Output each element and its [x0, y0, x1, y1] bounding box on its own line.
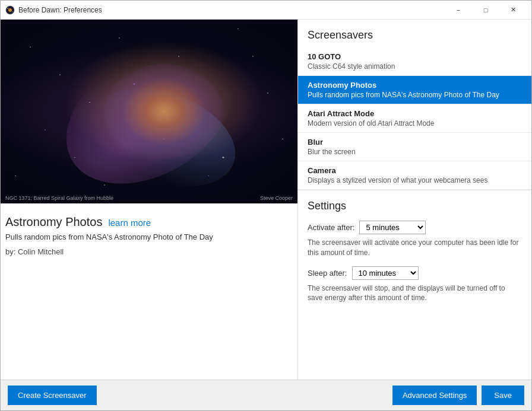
screensavers-section: Screensavers 10 GOTO Classic C64 style a… [298, 20, 531, 190]
left-panel: NGC 1371: Barred Spiral Galaxy from Hubb… [1, 20, 297, 380]
maximize-button[interactable]: □ [472, 1, 499, 20]
screensavers-title: Screensavers [298, 20, 531, 47]
titlebar: Before Dawn: Preferences − □ ✕ [1, 1, 531, 20]
screensaver-name-row: Astronomy Photos learn more [5, 215, 288, 229]
activate-after-label: Activate after: [308, 223, 354, 232]
screensaver-description: Pulls random pics from NASA's Astronomy … [5, 232, 288, 241]
main-window: Before Dawn: Preferences − □ ✕ NGC 1371:… [0, 0, 532, 411]
minimize-button[interactable]: − [445, 1, 472, 20]
right-panel: Screensavers 10 GOTO Classic C64 style a… [297, 20, 531, 380]
list-item-name: Camera [308, 166, 522, 175]
galaxy-core [104, 64, 223, 159]
screensaver-list[interactable]: 10 GOTO Classic C64 style animation Astr… [298, 47, 531, 190]
list-item-name: Blur [308, 138, 522, 146]
activate-after-select[interactable]: 5 minutes 10 minutes 15 minutes 30 minut… [359, 221, 426, 234]
close-button[interactable]: ✕ [499, 1, 527, 20]
sleep-after-row: Sleep after: 5 minutes 10 minutes 15 min… [308, 266, 522, 280]
list-item-desc: Classic C64 style animation [308, 62, 522, 71]
list-item[interactable]: Camera Displays a stylized version of wh… [298, 161, 531, 190]
list-item-desc: Blur the screen [308, 148, 522, 156]
screensaver-name: Astronomy Photos [5, 215, 102, 229]
activate-after-row: Activate after: 5 minutes 10 minutes 15 … [308, 221, 522, 234]
learn-more-link[interactable]: learn more [108, 218, 151, 228]
list-item-desc: Modern version of old Atari Attract Mode [308, 119, 522, 128]
settings-section: Settings Activate after: 5 minutes 10 mi… [298, 190, 531, 380]
sleep-after-note: The screensaver will stop, and the displ… [308, 283, 522, 304]
app-icon [5, 5, 15, 15]
advanced-settings-button[interactable]: Advanced Settings [392, 385, 477, 405]
screensaver-preview: NGC 1371: Barred Spiral Galaxy from Hubb… [1, 20, 297, 203]
svg-point-1 [8, 8, 12, 12]
screensaver-info: Astronomy Photos learn more Pulls random… [1, 203, 297, 380]
list-item-name: 10 GOTO [308, 52, 522, 61]
save-button[interactable]: Save [482, 385, 524, 405]
list-item-name: Astronomy Photos [308, 81, 522, 90]
sleep-after-select[interactable]: 5 minutes 10 minutes 15 minutes 30 minut… [352, 266, 419, 280]
footer-right: Advanced Settings Save [392, 385, 524, 405]
list-item[interactable]: Astronomy Photos Pulls random pics from … [298, 76, 531, 104]
activate-after-note: The screensaver will activate once your … [308, 238, 522, 258]
settings-title: Settings [308, 200, 522, 212]
screensaver-author: by: Colin Mitchell [5, 247, 288, 256]
window-controls: − □ ✕ [445, 1, 527, 20]
list-item-desc: Displays a stylized version of what your… [308, 176, 522, 184]
svg-point-3 [12, 11, 13, 12]
list-item-name: Atari Attract Mode [308, 109, 522, 118]
sleep-after-label: Sleep after: [308, 269, 347, 278]
list-item[interactable]: 10 GOTO Classic C64 style animation [298, 47, 531, 76]
window-title: Before Dawn: Preferences [18, 6, 445, 14]
content-area: NGC 1371: Barred Spiral Galaxy from Hubb… [1, 20, 531, 380]
list-item-desc: Pulls random pics from NASA's Astronomy … [308, 91, 522, 99]
list-item[interactable]: Atari Attract Mode Modern version of old… [298, 104, 531, 133]
svg-point-2 [7, 8, 8, 9]
preview-caption-left: NGC 1371: Barred Spiral Galaxy from Hubb… [5, 195, 113, 201]
create-screensaver-button[interactable]: Create Screensaver [8, 385, 97, 405]
list-item[interactable]: Blur Blur the screen [298, 133, 531, 161]
footer: Create Screensaver Advanced Settings Sav… [1, 380, 531, 410]
preview-caption-right: Steve Cooper [260, 195, 293, 201]
footer-left: Create Screensaver [8, 385, 392, 405]
galaxy-background [1, 20, 297, 203]
